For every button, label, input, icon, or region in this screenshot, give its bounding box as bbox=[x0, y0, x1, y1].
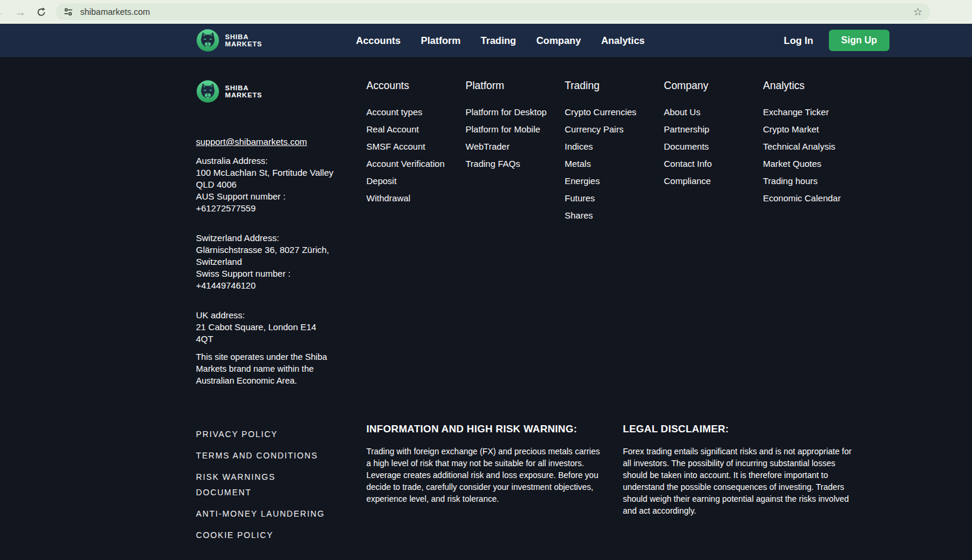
shiba-logo-icon bbox=[196, 80, 220, 103]
legal-disclaimer-title: LEGAL DISCLAIMER: bbox=[623, 423, 860, 435]
footer-link[interactable]: Contact Info bbox=[664, 158, 763, 170]
footer-link[interactable]: Platform for Desktop bbox=[466, 106, 565, 118]
policy-links: PRIVACY POLICY TERMS AND CONDITIONS RISK… bbox=[196, 423, 366, 549]
footer-link[interactable]: Documents bbox=[664, 141, 763, 153]
footer-link[interactable]: Trading FAQs bbox=[466, 158, 565, 170]
footer-link[interactable]: Economic Calendar bbox=[763, 192, 865, 204]
footer-link[interactable]: Energies bbox=[565, 175, 664, 187]
footer-contact-column: SHIBA MARKETS support@shibamarkets.com A… bbox=[196, 80, 334, 387]
risk-warning-body: Trading with foreign exchange (FX) and p… bbox=[366, 445, 604, 505]
site-info-icon[interactable] bbox=[64, 7, 73, 17]
footer-link[interactable]: Deposit bbox=[366, 175, 466, 187]
footer-link[interactable]: Futures bbox=[565, 192, 664, 204]
footer-link[interactable]: Crypto Currencies bbox=[565, 106, 664, 118]
address-switzerland: Switzerland Address: Glärnischstrasse 36… bbox=[196, 232, 334, 292]
footer-link[interactable]: Technical Analysis bbox=[763, 141, 865, 153]
shiba-logo-icon bbox=[196, 29, 220, 52]
site-header: SHIBA MARKETS Accounts Platform Trading … bbox=[0, 24, 972, 57]
policy-link-aml[interactable]: ANTI-MONEY LAUNDERING bbox=[196, 506, 335, 521]
footer-link[interactable]: Currency Pairs bbox=[565, 124, 664, 135]
policy-link-terms[interactable]: TERMS AND CONDITIONS bbox=[196, 448, 335, 463]
column-title: Platform bbox=[466, 80, 565, 92]
policy-link-risk-warnings[interactable]: RISK WARNINGS DOCUMENT bbox=[196, 469, 315, 500]
main-nav: Accounts Platform Trading Company Analyt… bbox=[356, 35, 644, 46]
header-brand-logo[interactable]: SHIBA MARKETS bbox=[196, 29, 262, 52]
auth-area: Log In Sign Up bbox=[784, 30, 889, 51]
nav-item-platform[interactable]: Platform bbox=[421, 35, 461, 46]
policy-link-cookie[interactable]: COOKIE POLICY bbox=[196, 527, 335, 543]
policy-link-privacy[interactable]: PRIVACY POLICY bbox=[196, 426, 335, 442]
url-text[interactable]: shibamarkets.com bbox=[80, 7, 913, 17]
column-title: Company bbox=[664, 80, 763, 92]
address-australia: Australia Address: 100 McLachlan St, For… bbox=[196, 155, 334, 214]
footer-column-trading: Trading Crypto Currencies Currency Pairs… bbox=[565, 80, 664, 227]
footer-link[interactable]: Metals bbox=[565, 158, 664, 170]
forward-icon[interactable]: → bbox=[14, 7, 27, 18]
signup-button[interactable]: Sign Up bbox=[829, 30, 889, 51]
footer-link[interactable]: Crypto Market bbox=[763, 124, 865, 135]
footer-link[interactable]: Real Account bbox=[366, 124, 466, 135]
risk-warning-section: INFORMATION AND HIGH RISK WARNING: Tradi… bbox=[366, 423, 623, 549]
footer-link[interactable]: WebTrader bbox=[466, 141, 565, 153]
nav-item-accounts[interactable]: Accounts bbox=[356, 35, 400, 46]
column-title: Analytics bbox=[763, 80, 865, 92]
footer-link[interactable]: Partnership bbox=[664, 124, 763, 135]
browser-chrome: ← → shibamarkets.com ☆ bbox=[0, 0, 972, 24]
legal-disclaimer-body: Forex trading entails significant risks … bbox=[623, 445, 860, 517]
login-button[interactable]: Log In bbox=[784, 35, 813, 46]
nav-item-trading[interactable]: Trading bbox=[481, 35, 517, 46]
footer-brand-logo: SHIBA MARKETS bbox=[196, 80, 334, 103]
footer-link[interactable]: SMSF Account bbox=[366, 141, 466, 153]
risk-warning-title: INFORMATION AND HIGH RISK WARNING: bbox=[366, 423, 623, 435]
support-email-link[interactable]: support@shibamarkets.com bbox=[196, 137, 307, 147]
footer-link[interactable]: Exchange Ticker bbox=[763, 106, 865, 118]
footer-link[interactable]: Account Verification bbox=[366, 158, 466, 170]
legal-disclaimer-section: LEGAL DISCLAIMER: Forex trading entails … bbox=[623, 423, 860, 549]
nav-item-analytics[interactable]: Analytics bbox=[601, 35, 644, 46]
footer-link[interactable]: Market Quotes bbox=[763, 158, 865, 170]
bookmark-star-icon[interactable]: ☆ bbox=[913, 5, 923, 18]
footer-link[interactable]: Trading hours bbox=[763, 175, 865, 187]
brand-name: SHIBA MARKETS bbox=[225, 33, 262, 48]
column-title: Accounts bbox=[366, 80, 466, 92]
brand-name: SHIBA MARKETS bbox=[225, 84, 262, 99]
footer-link[interactable]: Indices bbox=[565, 141, 664, 153]
footer-link[interactable]: Platform for Mobile bbox=[466, 124, 565, 135]
footer-column-analytics: Analytics Exchange Ticker Crypto Market … bbox=[763, 80, 865, 210]
footer-link[interactable]: About Us bbox=[664, 106, 763, 118]
nav-item-company[interactable]: Company bbox=[536, 35, 581, 46]
reload-icon[interactable] bbox=[36, 7, 46, 17]
footer-column-accounts: Accounts Account types Real Account SMSF… bbox=[366, 80, 466, 210]
back-icon[interactable]: ← bbox=[0, 7, 5, 18]
footer-link[interactable]: Compliance bbox=[664, 175, 763, 187]
footer-column-platform: Platform Platform for Desktop Platform f… bbox=[466, 80, 565, 175]
url-bar[interactable]: shibamarkets.com ☆ bbox=[56, 4, 930, 20]
footer: SHIBA MARKETS support@shibamarkets.com A… bbox=[0, 57, 972, 560]
column-title: Trading bbox=[565, 80, 664, 92]
footer-link[interactable]: Account types bbox=[366, 106, 466, 118]
address-uk: UK address: 21 Cabot Square, London E14 … bbox=[196, 309, 334, 345]
footer-column-company: Company About Us Partnership Documents C… bbox=[664, 80, 763, 192]
operates-note: This site operates under the Shiba Marke… bbox=[196, 351, 334, 387]
footer-link[interactable]: Shares bbox=[565, 210, 664, 222]
footer-link[interactable]: Withdrawal bbox=[366, 192, 466, 204]
